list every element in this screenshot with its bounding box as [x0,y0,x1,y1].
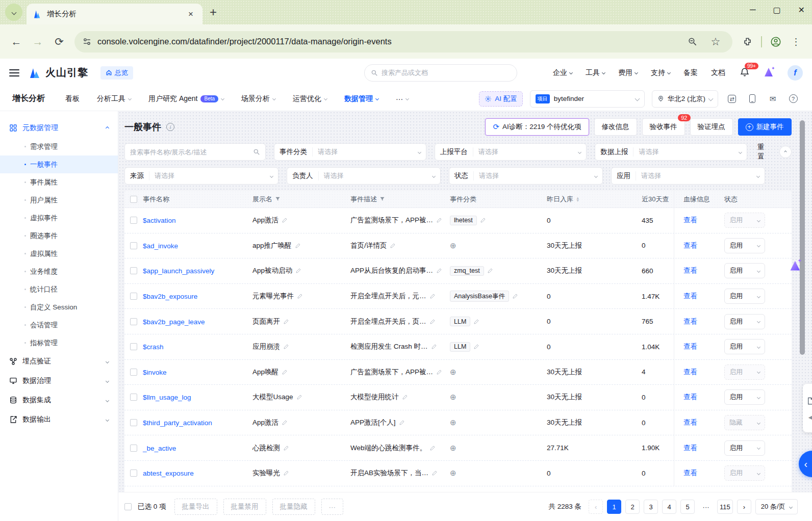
select-all-checkbox[interactable] [130,196,137,203]
lineage-view-link[interactable]: 查看 [683,318,697,325]
edit-pencil-icon[interactable] [282,217,288,223]
bulk-action-button[interactable]: 批量隐藏 [272,499,315,515]
mobile-icon[interactable] [746,94,759,103]
bulk-action-button[interactable]: 批量导出 [174,499,217,515]
edit-pencil-icon[interactable] [296,394,302,400]
prev-page-button[interactable]: ‹ [589,500,603,514]
status-select[interactable]: 启用 [724,289,765,304]
event-name-link[interactable]: $invoke [143,369,167,376]
browser-tab[interactable]: 增长分析 × [27,4,202,24]
status-select[interactable]: 启用 [724,465,765,481]
row-checkbox[interactable] [130,293,137,300]
header-button[interactable]: 验收事件92 [642,118,685,136]
notification-bell[interactable]: 99+ [740,67,750,79]
help-icon[interactable]: ? [786,94,800,103]
edit-pencil-icon[interactable] [432,470,438,476]
sidebar-item[interactable]: 一般事件 [0,155,118,173]
edit-pencil-icon[interactable] [429,319,436,325]
page-button[interactable]: 1 [607,500,621,514]
status-select[interactable]: 启用 [724,440,765,456]
event-name-link[interactable]: _be_active [143,445,176,452]
ai-config-button[interactable]: AI 配置 [479,91,523,107]
edit-pencil-icon[interactable] [436,268,442,274]
url-bar[interactable]: console.volcengine.com/datafinder/projec… [74,31,732,53]
ai-diagnose-button[interactable]: ⟳ AI诊断：2219 个待优化项 [485,118,589,136]
lineage-view-link[interactable]: 查看 [683,469,697,477]
row-checkbox[interactable] [130,318,137,325]
sidebar-item[interactable]: 会话管理 [0,316,118,334]
app-nav-item[interactable]: 运营优化 [293,94,327,103]
bulk-action-button[interactable]: ··· [321,499,344,515]
event-name-link[interactable]: $app_launch_passively [143,267,214,275]
status-select[interactable]: 隐藏 [724,415,765,430]
add-category-icon[interactable]: ⊕ [450,241,456,250]
filter-funnel-icon[interactable] [379,196,385,202]
filter-select[interactable]: 上报平台请选择 [435,143,587,161]
tab-search-button[interactable] [5,4,22,21]
reset-filters-link[interactable]: 重置 [757,143,771,161]
event-name-link[interactable]: $bav2b_exposure [143,293,197,300]
volcengine-logo[interactable]: 火山引擎 [29,66,88,80]
create-event-button[interactable]: + 新建事件 [738,118,792,136]
row-checkbox[interactable] [130,394,137,401]
add-category-icon[interactable]: ⊕ [450,368,456,376]
maximize-button[interactable]: ▢ [773,5,780,15]
event-name-link[interactable]: abtest_exposure [143,470,194,477]
sidebar-item[interactable]: 需求管理 [0,138,118,155]
next-page-button[interactable]: › [737,500,751,514]
edit-pencil-icon[interactable] [283,319,289,325]
status-select[interactable]: 启用 [724,213,765,228]
reload-button[interactable]: ⟳ [50,33,68,51]
row-checkbox[interactable] [130,369,137,376]
tab-close-icon[interactable]: × [185,9,196,19]
row-checkbox[interactable] [130,445,137,452]
close-button[interactable]: ✕ [798,5,805,15]
console-menu-item[interactable]: 费用 [618,68,638,77]
app-nav-item[interactable]: 分析工具 [97,94,131,103]
transfer-icon[interactable]: ⇄ [725,95,739,103]
edit-pencil-icon[interactable] [429,445,436,451]
col-header-display[interactable]: 展示名 [252,195,272,204]
new-tab-button[interactable]: + [210,5,217,19]
overview-chip[interactable]: 总览 [100,66,133,80]
edit-pencil-icon[interactable] [512,293,518,299]
console-search[interactable] [364,64,517,82]
col-header-yesterday[interactable]: 昨日入库 [547,195,573,204]
app-nav-item[interactable]: 用户研究 AgentBeta [148,94,224,103]
user-avatar[interactable]: f [788,65,803,81]
edit-pencil-icon[interactable] [473,319,479,325]
status-select[interactable]: 启用 [724,238,765,253]
status-select[interactable]: 启用 [724,339,765,354]
event-search-input[interactable] [130,148,253,156]
console-menu-item[interactable]: 工具 [586,68,605,77]
app-nav-item[interactable]: 数据管理 [344,94,378,103]
status-select[interactable]: 启用 [724,389,765,405]
url-text[interactable]: console.volcengine.com/datafinder/projec… [97,37,677,46]
edit-pencil-icon[interactable] [480,217,486,223]
edit-pencil-icon[interactable] [283,445,289,451]
bookmark-star-icon[interactable]: ☆ [707,33,724,50]
mail-icon[interactable]: ✉ [766,94,779,103]
row-checkbox[interactable] [130,242,137,249]
status-select[interactable]: 启用 [724,263,765,278]
row-checkbox[interactable] [130,419,137,426]
page-button[interactable]: 5 [680,500,695,514]
col-header-desc[interactable]: 事件描述 [350,195,377,204]
scrollbar-thumb[interactable] [800,120,805,355]
edit-pencil-icon[interactable] [402,394,408,400]
edit-pencil-icon[interactable] [282,369,288,375]
edit-pencil-icon[interactable] [431,344,437,350]
edit-pencil-icon[interactable] [399,420,405,426]
collapse-left-icon[interactable]: ◀ [808,414,812,420]
edit-pencil-icon[interactable] [282,420,288,426]
profile-icon[interactable] [767,33,784,50]
sidebar-item[interactable]: 自定义 Session [0,298,118,316]
event-name-link[interactable]: $activation [143,217,176,224]
add-category-icon[interactable]: ⊕ [450,418,456,427]
lineage-view-link[interactable]: 查看 [683,216,697,224]
lineage-view-link[interactable]: 查看 [683,267,697,274]
sidebar-section-数据输出[interactable]: 数据输出 [0,410,118,429]
sort-icon[interactable]: ▲▼ [576,197,579,202]
forward-button[interactable]: → [29,33,47,51]
add-category-icon[interactable]: ⊕ [450,393,456,401]
